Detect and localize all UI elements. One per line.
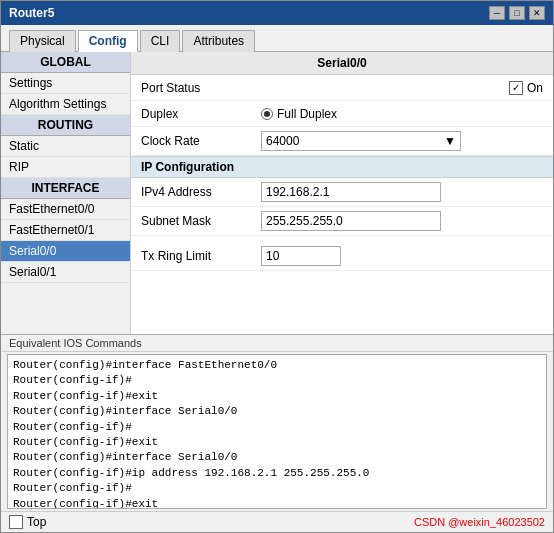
subnet-input[interactable] <box>261 211 441 231</box>
tx-ring-label: Tx Ring Limit <box>141 249 261 263</box>
tab-config[interactable]: Config <box>78 30 138 52</box>
ipv4-label: IPv4 Address <box>141 185 261 199</box>
terminal-line: Router(config-if)#exit <box>13 389 541 404</box>
port-status-value: ✓ On <box>261 81 543 95</box>
sidebar-item-serial0-0[interactable]: Serial0/0 <box>1 241 130 262</box>
tx-ring-input[interactable] <box>261 246 341 266</box>
terminal-line: Router(config-if)#exit <box>13 497 541 509</box>
dropdown-arrow-icon: ▼ <box>444 134 456 148</box>
minimize-button[interactable]: ─ <box>489 6 505 20</box>
terminal-line: Router(config-if)# <box>13 481 541 496</box>
top-checkbox-container: Top <box>9 515 46 529</box>
sidebar-section-interface: INTERFACE <box>1 178 130 199</box>
subnet-label: Subnet Mask <box>141 214 261 228</box>
tab-physical[interactable]: Physical <box>9 30 76 52</box>
terminal-line: Router(config-if)# <box>13 420 541 435</box>
clock-rate-display: 64000 <box>266 134 299 148</box>
top-checkbox[interactable] <box>9 515 23 529</box>
duplex-radio-option[interactable]: Full Duplex <box>261 107 337 121</box>
duplex-label: Duplex <box>141 107 261 121</box>
tx-ring-row: Tx Ring Limit <box>131 242 553 271</box>
config-panel-title: Serial0/0 <box>131 52 553 75</box>
port-status-on-container: ✓ On <box>509 81 543 95</box>
sidebar-item-algorithm-settings[interactable]: Algorithm Settings <box>1 94 130 115</box>
tab-cli[interactable]: CLI <box>140 30 181 52</box>
sidebar-item-settings[interactable]: Settings <box>1 73 130 94</box>
ipv4-value <box>261 182 543 202</box>
top-label: Top <box>27 515 46 529</box>
sidebar: GLOBAL Settings Algorithm Settings ROUTI… <box>1 52 131 334</box>
sidebar-item-static[interactable]: Static <box>1 136 130 157</box>
ios-commands-label: Equivalent IOS Commands <box>1 335 553 352</box>
footer-credit: CSDN @weixin_46023502 <box>414 516 545 528</box>
ios-terminal[interactable]: Router(config)#interface FastEthernet0/0… <box>7 354 547 509</box>
clock-rate-row: Clock Rate 64000 ▼ <box>131 127 553 156</box>
maximize-button[interactable]: □ <box>509 6 525 20</box>
tab-bar: Physical Config CLI Attributes <box>1 25 553 52</box>
sidebar-item-fastethernet0-1[interactable]: FastEthernet0/1 <box>1 220 130 241</box>
port-status-on-label: On <box>527 81 543 95</box>
port-status-checkbox[interactable]: ✓ <box>509 81 523 95</box>
terminal-line: Router(config-if)# <box>13 373 541 388</box>
duplex-value: Full Duplex <box>261 107 543 121</box>
config-panel: Serial0/0 Port Status ✓ On Duplex Full <box>131 52 553 334</box>
clock-rate-dropdown[interactable]: 64000 ▼ <box>261 131 461 151</box>
subnet-row: Subnet Mask <box>131 207 553 236</box>
ipv4-input[interactable] <box>261 182 441 202</box>
sidebar-section-global: GLOBAL <box>1 52 130 73</box>
sidebar-item-rip[interactable]: RIP <box>1 157 130 178</box>
duplex-radio-circle[interactable] <box>261 108 273 120</box>
port-status-row: Port Status ✓ On <box>131 75 553 101</box>
terminal-line: Router(config-if)#ip address 192.168.2.1… <box>13 466 541 481</box>
sidebar-item-fastethernet0-0[interactable]: FastEthernet0/0 <box>1 199 130 220</box>
ios-commands-section: Equivalent IOS Commands Router(config)#i… <box>1 334 553 511</box>
ip-config-header: IP Configuration <box>131 156 553 178</box>
tx-ring-value <box>261 246 543 266</box>
close-button[interactable]: ✕ <box>529 6 545 20</box>
main-window: Router5 ─ □ ✕ Physical Config CLI Attrib… <box>0 0 554 533</box>
title-bar: Router5 ─ □ ✕ <box>1 1 553 25</box>
duplex-row: Duplex Full Duplex <box>131 101 553 127</box>
terminal-line: Router(config)#interface FastEthernet0/0 <box>13 358 541 373</box>
main-content: GLOBAL Settings Algorithm Settings ROUTI… <box>1 52 553 334</box>
sidebar-item-serial0-1[interactable]: Serial0/1 <box>1 262 130 283</box>
ipv4-row: IPv4 Address <box>131 178 553 207</box>
subnet-value <box>261 211 543 231</box>
duplex-radio-label: Full Duplex <box>277 107 337 121</box>
sidebar-section-routing: ROUTING <box>1 115 130 136</box>
window-controls: ─ □ ✕ <box>489 6 545 20</box>
terminal-line: Router(config)#interface Serial0/0 <box>13 450 541 465</box>
port-status-label: Port Status <box>141 81 261 95</box>
terminal-line: Router(config)#interface Serial0/0 <box>13 404 541 419</box>
clock-rate-label: Clock Rate <box>141 134 261 148</box>
tab-attributes[interactable]: Attributes <box>182 30 255 52</box>
footer-bar: Top CSDN @weixin_46023502 <box>1 511 553 532</box>
window-title: Router5 <box>9 6 54 20</box>
terminal-line: Router(config-if)#exit <box>13 435 541 450</box>
clock-rate-value: 64000 ▼ <box>261 131 543 151</box>
